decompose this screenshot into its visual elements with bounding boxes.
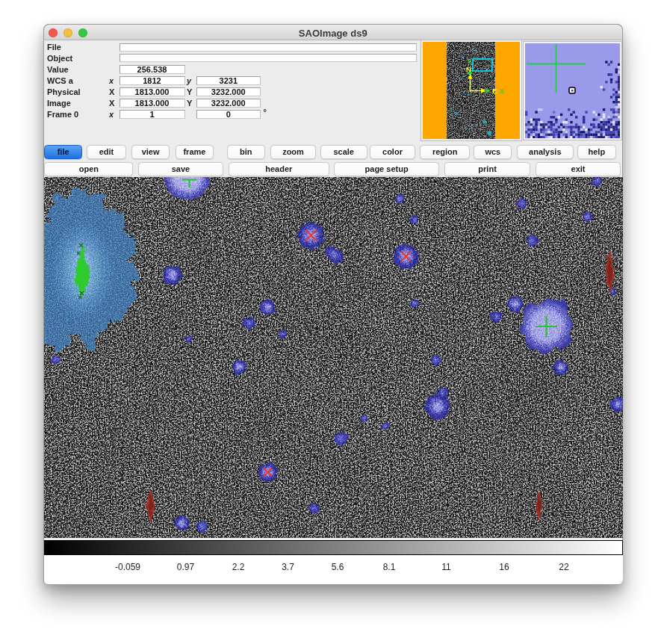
svg-text:Y: Y: [467, 57, 472, 65]
svg-text:X: X: [500, 87, 505, 95]
svg-text:E: E: [492, 87, 497, 95]
svg-text:N: N: [466, 65, 471, 73]
